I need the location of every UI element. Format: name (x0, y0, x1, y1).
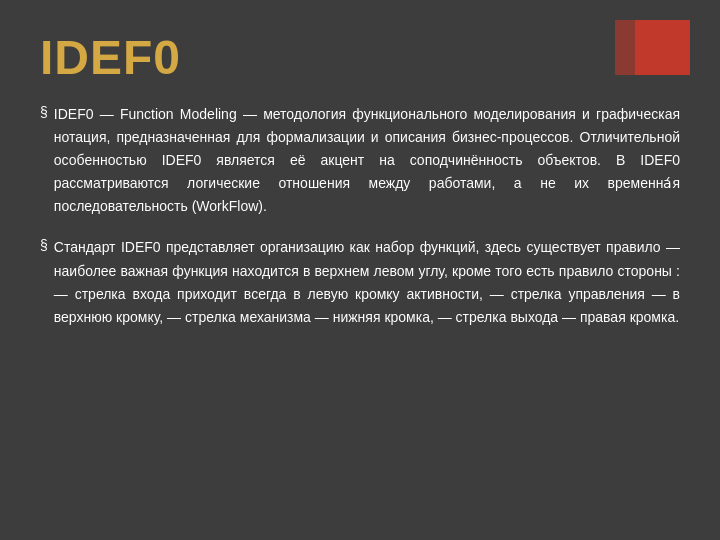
corner-accent-secondary (615, 20, 635, 75)
slide-content: § IDEF0 — Function Modeling — методологи… (40, 103, 680, 329)
bullet-1: § (40, 104, 48, 120)
paragraph-2: § Стандарт IDEF0 представляет организаци… (40, 236, 680, 328)
bullet-2: § (40, 237, 48, 253)
paragraph-1-text: IDEF0 — Function Modeling — методология … (54, 103, 680, 218)
paragraph-1: § IDEF0 — Function Modeling — методологи… (40, 103, 680, 218)
corner-accent-primary (635, 20, 690, 75)
slide-container: IDEF0 § IDEF0 — Function Modeling — мето… (0, 0, 720, 540)
paragraph-2-text: Стандарт IDEF0 представляет организацию … (54, 236, 680, 328)
slide-title: IDEF0 (40, 30, 680, 85)
